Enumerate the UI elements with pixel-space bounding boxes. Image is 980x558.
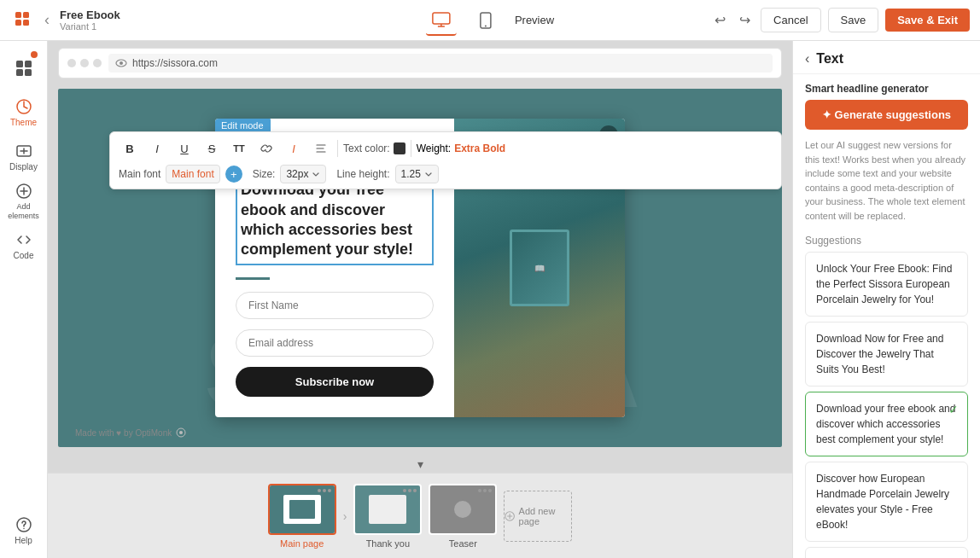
svg-point-15	[23, 528, 25, 530]
dot-1	[67, 59, 76, 67]
panel-subtitle: Smart headline generator	[793, 74, 980, 100]
thumb-dots-teaser	[478, 489, 492, 492]
suggestions-label: Suggestions	[793, 231, 980, 252]
text-color-label: Text color:	[343, 142, 390, 154]
font-weight-control[interactable]: Weight: Extra Bold	[417, 142, 505, 154]
topbar-center: Preview	[426, 5, 554, 36]
dot-2	[80, 59, 89, 67]
underline-icon-btn[interactable]: U	[173, 137, 195, 160]
thumb-frame-teaser[interactable]	[429, 484, 497, 535]
sidebar-item-display[interactable]: Display	[3, 137, 44, 177]
font-selector[interactable]: Main font	[166, 165, 219, 183]
text-color-swatch[interactable]	[394, 142, 405, 154]
svg-point-19	[179, 431, 183, 434]
mobile-device-btn[interactable]	[470, 5, 501, 36]
add-page-label: Add new page	[519, 506, 572, 526]
back-button[interactable]: ‹	[41, 8, 53, 32]
panel-back-btn[interactable]: ‹	[805, 51, 809, 67]
suggestion-item-1[interactable]: Unlock Your Free Ebook: Find the Perfect…	[805, 252, 968, 317]
eye-icon	[115, 57, 127, 69]
thumb-label-teaser: Teaser	[449, 538, 477, 549]
panel-title: Text	[816, 51, 843, 67]
line-height-selector[interactable]: 1.25	[395, 165, 439, 183]
browser-dots	[67, 59, 102, 67]
size-value: 32px	[286, 168, 308, 180]
sidebar-theme-label: Theme	[10, 118, 37, 127]
redo-button[interactable]: ↪	[736, 9, 754, 32]
generate-suggestions-btn[interactable]: ✦ Generate suggestions	[805, 100, 968, 130]
sidebar-item-add-elements[interactable]: Add elements	[3, 181, 44, 222]
bold-icon-btn[interactable]: B	[119, 137, 141, 160]
subscribe-button[interactable]: Subscribe now	[236, 367, 434, 397]
right-panel: ‹ Text Smart headline generator ✦ Genera…	[792, 41, 980, 558]
thumbnail-thank-you[interactable]: Thank you	[353, 484, 422, 549]
sidebar-item-code[interactable]: Code	[3, 225, 44, 266]
topbar-right: ↩ ↪ Cancel Save Save & Exit	[711, 8, 970, 32]
text-transform-icon-btn[interactable]: TT	[228, 137, 250, 160]
thumbnail-teaser[interactable]: Teaser	[429, 484, 497, 549]
eye-small-icon	[175, 427, 187, 439]
font-add-btn[interactable]: +	[225, 166, 242, 183]
italic-custom-icon-btn[interactable]: I	[283, 137, 305, 160]
desktop-device-btn[interactable]	[426, 5, 457, 36]
italic-icon-btn[interactable]: I	[146, 137, 168, 160]
save-exit-button[interactable]: Save & Exit	[885, 9, 970, 32]
svg-rect-7	[16, 61, 23, 67]
suggestion-item-4[interactable]: Discover how European Handmade Porcelain…	[805, 462, 968, 542]
thumb-frame-main[interactable]	[268, 484, 336, 535]
first-name-input[interactable]	[236, 292, 434, 319]
line-height-value: 1.25	[401, 168, 421, 180]
expand-icon[interactable]: ▾	[48, 456, 792, 473]
link-icon-btn[interactable]	[255, 137, 277, 160]
canvas-content[interactable]: SISSORA B I U S TT I	[48, 82, 792, 456]
topbar-title-main: Free Ebook	[60, 9, 120, 21]
thumb-dots-thank	[403, 489, 417, 492]
text-color-control[interactable]: Text color:	[343, 142, 405, 154]
popup-divider	[236, 277, 270, 280]
size-selector[interactable]: 32px	[280, 165, 326, 183]
suggestion-text-1: Unlock Your Free Ebook: Find the Perfect…	[816, 263, 952, 305]
toolbar-separator-2	[411, 140, 411, 157]
suggestion-item-3[interactable]: Download your free ebook and discover wh…	[805, 392, 968, 456]
text-formatting-toolbar: B I U S TT I Text color:	[109, 131, 782, 189]
thumb-frame-thank[interactable]	[353, 484, 422, 535]
suggestion-item-5[interactable]: Uncover Your Jewelry Style – Get Your Fr…	[805, 547, 968, 558]
preview-button[interactable]: Preview	[515, 14, 554, 26]
sidebar-add-label: Add elements	[3, 202, 44, 221]
suggestion-text-2: Download Now for Free and Discover the J…	[816, 333, 943, 375]
thumb-bg-thank	[355, 485, 420, 533]
chevron-down-icon	[312, 170, 320, 178]
save-button[interactable]: Save	[828, 8, 879, 32]
topbar: ‹ Free Ebook Variant 1 Preview ↩ ↪ Cance…	[0, 0, 980, 41]
email-input[interactable]	[236, 329, 434, 357]
sidebar-code-label: Code	[14, 251, 34, 260]
sidebar-help-label: Help	[15, 536, 32, 545]
sidebar-item-help[interactable]: Help	[3, 510, 44, 551]
add-page-frame[interactable]: Add new page	[504, 491, 572, 542]
align-icon-btn[interactable]	[310, 137, 332, 160]
browser-bar: https://sissora.com	[58, 48, 782, 78]
apps-icon-btn[interactable]	[10, 7, 34, 34]
thumbnail-main-page[interactable]: Main page	[268, 484, 336, 549]
svg-rect-9	[16, 69, 23, 76]
plus-icon	[505, 510, 515, 522]
canvas-area: https://sissora.com SISSORA B I U S TT I	[48, 41, 792, 558]
cancel-button[interactable]: Cancel	[761, 8, 820, 32]
line-height-label: Line height:	[336, 168, 389, 180]
undo-button[interactable]: ↩	[711, 9, 729, 32]
svg-rect-0	[15, 12, 21, 18]
font-selector-value: Main font	[172, 168, 213, 180]
strikethrough-icon-btn[interactable]: S	[201, 137, 223, 160]
left-sidebar: Theme Display Add elements Code	[0, 41, 48, 558]
topbar-title: Free Ebook Variant 1	[60, 9, 120, 32]
suggestion-item-2[interactable]: Download Now for Free and Discover the J…	[805, 322, 968, 387]
svg-point-17	[120, 61, 123, 65]
weight-label: Weight:	[417, 142, 451, 154]
check-icon: ✓	[948, 401, 959, 419]
svg-rect-2	[15, 20, 21, 26]
toolbar-separator-1	[337, 140, 338, 157]
add-page-btn[interactable]: Add new page	[504, 491, 572, 542]
sidebar-item-apps[interactable]	[3, 48, 44, 89]
svg-rect-4	[433, 13, 450, 24]
sidebar-item-theme[interactable]: Theme	[3, 92, 44, 133]
